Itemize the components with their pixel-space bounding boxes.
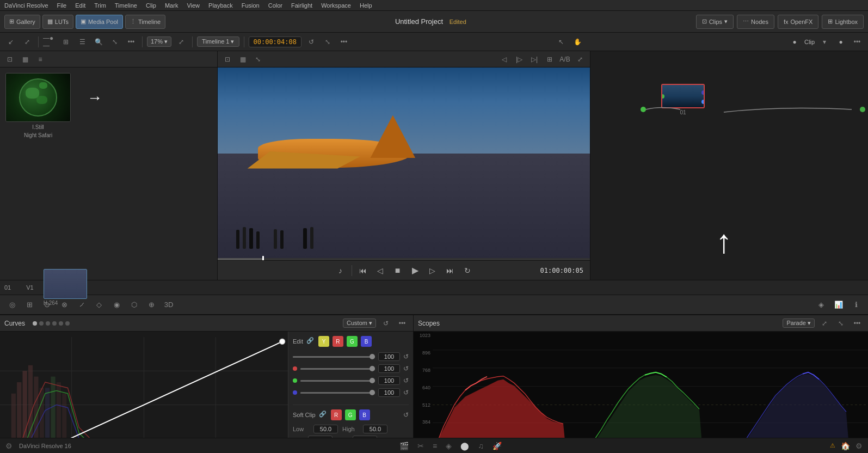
zoom-expand-icon[interactable]: ⤢ — [175, 35, 188, 48]
menu-fairlight[interactable]: Fairlight — [291, 2, 312, 9]
dot4[interactable] — [59, 321, 63, 326]
skip-forward-icon[interactable]: ⏭ — [444, 264, 457, 277]
offset-reset-icon[interactable]: ↺ — [403, 389, 409, 396]
scopes-expand-icon[interactable]: ⤢ — [818, 317, 831, 330]
scopes-fullscreen-icon[interactable]: ⤡ — [834, 317, 847, 330]
lift-value[interactable] — [378, 352, 400, 361]
back-frame-icon[interactable]: ◁ — [497, 53, 510, 66]
viewer2-icon[interactable]: ▦ — [236, 53, 249, 66]
next-frame-icon[interactable]: ▷ — [426, 264, 439, 277]
more2-icon[interactable]: ••• — [337, 35, 350, 48]
menu-edit[interactable]: Edit — [75, 2, 85, 9]
warning-icon[interactable]: ⚠ — [830, 442, 835, 449]
dot-active[interactable] — [33, 321, 37, 326]
dot2[interactable] — [46, 321, 50, 326]
dot3[interactable] — [52, 321, 57, 326]
scopes-more-icon[interactable]: ••• — [851, 317, 864, 330]
timeline-name-label[interactable]: Timeline 1 ▾ — [197, 36, 239, 47]
grid2-icon[interactable]: ⊞ — [543, 53, 556, 66]
nav-color-icon[interactable]: ⬤ — [460, 442, 469, 450]
curves-reset-icon[interactable]: ↺ — [379, 317, 392, 330]
menu-workspace[interactable]: Workspace — [321, 2, 351, 9]
gallery-button[interactable]: ⊞ Gallery — [4, 15, 40, 29]
timeline-clip[interactable] — [44, 269, 87, 299]
view-icon[interactable]: ⊡ — [3, 53, 16, 66]
gamma-value[interactable] — [378, 364, 400, 373]
lightbox-button[interactable]: ⊞ Lightbox — [822, 15, 864, 29]
nav-fairlight-icon[interactable]: ♫ — [478, 442, 484, 450]
fit-icon[interactable]: ↙ — [4, 35, 17, 48]
gamma-reset-icon[interactable]: ↺ — [403, 365, 409, 372]
stop-button[interactable]: ■ — [391, 264, 404, 277]
dot1[interactable] — [39, 321, 44, 326]
menu-playback[interactable]: Playback — [208, 2, 233, 9]
viewer-icon[interactable]: ⊡ — [221, 53, 234, 66]
search-icon[interactable]: 🔍 — [92, 35, 105, 48]
dot5[interactable] — [65, 321, 70, 326]
log-wheels-icon[interactable]: ⊙ — [39, 297, 54, 313]
info-icon[interactable]: ℹ — [848, 297, 864, 313]
menu-clip[interactable]: Clip — [146, 2, 156, 9]
menu-timeline[interactable]: Timeline — [115, 2, 137, 9]
scopes-mode-select[interactable]: Parade — [783, 319, 815, 328]
menu-help[interactable]: Help — [360, 2, 372, 9]
r-channel-button[interactable]: R — [333, 336, 343, 347]
curves-graph[interactable] — [0, 332, 288, 453]
view2-icon[interactable]: ▦ — [19, 53, 32, 66]
play-button[interactable]: ▶ — [409, 264, 422, 277]
fullscreen-icon[interactable]: ⤢ — [574, 53, 587, 66]
forward-frame-icon[interactable]: |▷ — [513, 53, 526, 66]
nav-edit-icon[interactable]: ≡ — [433, 442, 437, 450]
more3-icon[interactable]: ••• — [851, 35, 864, 48]
nav-fusion-icon[interactable]: ◈ — [446, 442, 452, 450]
3d-icon[interactable]: 3D — [161, 297, 176, 313]
audio-icon[interactable]: ♪ — [334, 264, 347, 277]
soft-b-button[interactable]: B — [359, 409, 370, 420]
hsl-icon[interactable]: ◇ — [91, 297, 107, 313]
soft-clip-link-icon[interactable]: 🔗 — [319, 411, 328, 419]
openfx-button[interactable]: fx OpenFX — [778, 15, 819, 29]
color-bars-icon[interactable]: ⊞ — [22, 297, 37, 313]
clips-button[interactable]: ⊡ Clips ▾ — [696, 15, 734, 29]
y-channel-button[interactable]: Y — [318, 336, 329, 347]
primaries-icon[interactable]: ⊗ — [57, 297, 72, 313]
list-icon[interactable]: ☰ — [76, 35, 89, 48]
menu-color[interactable]: Color — [268, 2, 282, 9]
curves-more-icon[interactable]: ••• — [396, 317, 409, 330]
next-clip-icon[interactable]: ▷| — [528, 53, 541, 66]
transform-icon[interactable]: ⤢ — [21, 35, 34, 48]
key-icon[interactable]: ⊕ — [144, 297, 159, 313]
g-channel-button[interactable]: G — [347, 336, 358, 347]
timecode-display[interactable]: 00:00:04:08 — [249, 36, 301, 47]
expand-icon[interactable]: ⤡ — [108, 35, 121, 48]
curves-icon[interactable]: ⟋ — [74, 297, 89, 313]
offset-value[interactable] — [378, 388, 400, 397]
motion-effects-icon[interactable]: ◉ — [109, 297, 124, 313]
media-pool-button[interactable]: ▣ Media Pool — [76, 15, 123, 29]
loop-icon[interactable]: ↻ — [461, 264, 474, 277]
settings-gear-icon[interactable]: ⚙ — [855, 442, 863, 450]
nav-media-icon[interactable]: 🎬 — [399, 442, 409, 450]
timeline-button[interactable]: ⋮ Timeline — [125, 15, 165, 29]
scope-icon[interactable]: 📊 — [831, 297, 846, 313]
viewer3-icon[interactable]: ⤡ — [251, 53, 264, 66]
high-value[interactable] — [363, 425, 387, 433]
player-area[interactable] — [218, 68, 590, 258]
menu-mark[interactable]: Mark — [165, 2, 178, 9]
ab-icon[interactable]: A/B — [558, 53, 571, 66]
menu-davinci[interactable]: DaVinci Resolve — [4, 2, 48, 9]
offset-slider[interactable] — [300, 392, 375, 394]
blur-icon[interactable]: ⬡ — [126, 297, 141, 313]
media-thumbnail[interactable] — [5, 73, 71, 122]
gain-value[interactable] — [378, 376, 400, 385]
node-extra-icon[interactable]: ◈ — [814, 297, 829, 313]
menu-view[interactable]: View — [187, 2, 200, 9]
fit2-icon[interactable]: ⤡ — [321, 35, 334, 48]
color-wheels-icon[interactable]: ◎ — [4, 297, 20, 313]
node-block[interactable]: 01 — [661, 84, 705, 114]
nav-deliver-icon[interactable]: 🚀 — [493, 442, 502, 450]
gain-slider[interactable] — [300, 380, 375, 382]
prev-frame-icon[interactable]: ◁ — [374, 264, 387, 277]
luts-button[interactable]: ▦ LUTs — [42, 15, 73, 29]
menu-fusion[interactable]: Fusion — [242, 2, 260, 9]
